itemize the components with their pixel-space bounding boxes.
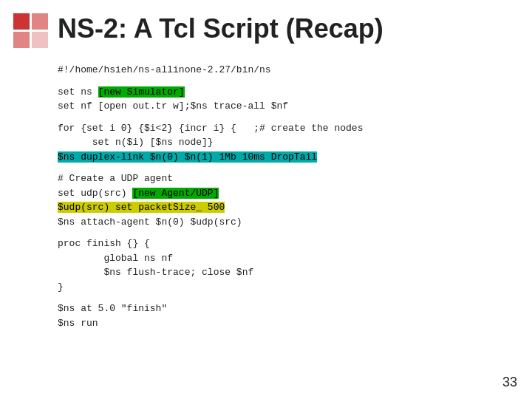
page-title: NS-2: A Tcl Script (Recap) — [58, 13, 383, 44]
highlight-packetsize: $udp(src) set packetSize_ 500 — [58, 202, 225, 213]
highlight-duplex-link: $ns duplex-link $n(0) $n(1) 1Mb 10ms Dro… — [58, 151, 317, 163]
code-line-set-n: set n($i) [$ns node]} — [58, 135, 517, 150]
code-content: #!/home/hsieh/ns-allinone-2.27/bin/ns se… — [58, 63, 517, 330]
code-line-attach-agent: $ns attach-agent $n(0) $udp(src) — [58, 215, 517, 230]
code-line-run: $ns run — [58, 316, 517, 331]
code-line-duplex: $ns duplex-link $n(0) $n(1) 1Mb 10ms Dro… — [58, 150, 517, 165]
code-line-global: global ns nf — [58, 251, 517, 266]
page-number: 33 — [502, 375, 517, 390]
code-line-set-ns: set ns [new Simulator] — [58, 85, 517, 100]
code-line-close-brace: } — [58, 280, 517, 295]
code-line-for: for {set i 0} {$i<2} {incr i} { ;# creat… — [58, 121, 517, 136]
header-accent — [13, 13, 49, 49]
code-line-proc: proc finish {} { — [58, 236, 517, 251]
code-line-set-nf: set nf [open out.tr w];$ns trace-all $nf — [58, 99, 517, 114]
code-line-packetsize: $udp(src) set packetSize_ 500 — [58, 200, 517, 215]
highlight-new-agent-udp: [new Agent/UDP] — [132, 188, 219, 199]
code-line-comment-udp: # Create a UDP agent — [58, 171, 517, 186]
code-line-set-udp: set udp(src) [new Agent/UDP] — [58, 186, 517, 201]
code-line-flush: $ns flush-trace; close $nf — [58, 265, 517, 280]
shebang-line: #!/home/hsieh/ns-allinone-2.27/bin/ns — [58, 63, 517, 78]
code-line-at-finish: $ns at 5.0 "finish" — [58, 301, 517, 316]
highlight-new-simulator: [new Simulator] — [98, 86, 185, 98]
